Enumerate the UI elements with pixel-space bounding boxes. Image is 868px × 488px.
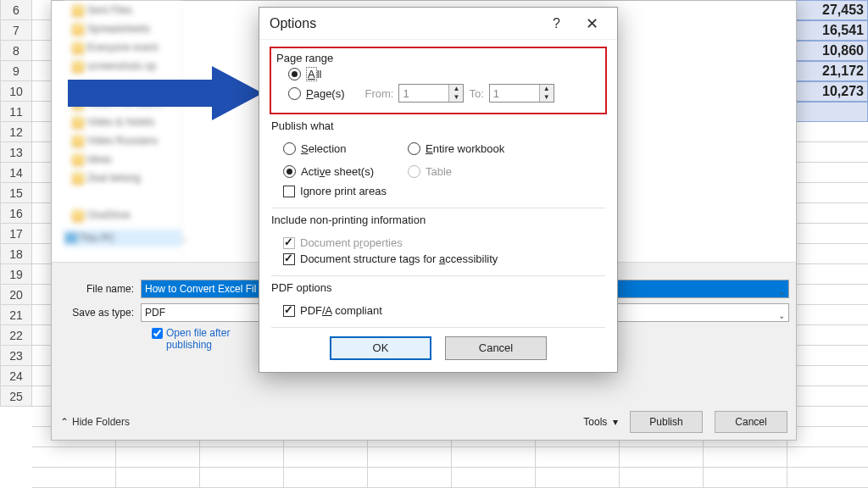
chevron-down-icon[interactable]: ⌄ (778, 308, 785, 324)
folder-tree[interactable]: Sent FilesSpreadsheetsEveryone eventscre… (64, 1, 182, 259)
cancel-button[interactable]: Cancel (445, 336, 547, 360)
checkbox-icon (283, 253, 295, 265)
document-properties-checkbox: Document properties (283, 236, 605, 249)
document-structure-tags-checkbox[interactable]: Document structure tags for accessibilit… (283, 252, 605, 265)
row-header[interactable]: 18 (0, 244, 32, 264)
data-cell[interactable]: 21,172 (792, 61, 868, 81)
to-label: To: (469, 87, 483, 100)
row-header[interactable]: 23 (0, 346, 32, 366)
data-cell[interactable] (792, 102, 868, 122)
chevron-up-icon: ⌃ (60, 416, 69, 428)
entire-workbook-radio[interactable]: Entire workbook (408, 142, 504, 155)
row-header[interactable]: 11 (0, 102, 32, 122)
page-range-highlight: Page range All Page(s) From: ▲▼ To: ▲▼ (270, 47, 607, 114)
help-button[interactable]: ? (544, 13, 569, 35)
row-header[interactable]: 6 (0, 0, 32, 20)
tree-item[interactable]: Video & Hotels (64, 113, 181, 131)
row-header[interactable]: 20 (0, 285, 32, 305)
tree-item[interactable]: ideas (64, 150, 181, 169)
row-header[interactable]: 13 (0, 142, 32, 163)
row-header[interactable]: 8 (0, 41, 32, 61)
tree-item[interactable]: Spreadsheets (64, 19, 181, 38)
tree-item[interactable]: OneDrive (64, 206, 181, 225)
row-headers: 678910111213141516171819202122232425 (0, 0, 32, 407)
active-sheets-radio[interactable]: Active sheet(s) (283, 165, 374, 178)
from-label: From: (365, 87, 394, 100)
hide-folders-button[interactable]: ⌃Hide Folders (60, 416, 130, 428)
dialog-title: Options (270, 16, 536, 31)
row-header[interactable]: 21 (0, 305, 32, 325)
selection-radio[interactable]: Selection (283, 142, 374, 155)
row-header[interactable]: 14 (0, 163, 32, 183)
include-nonprinting-label: Include non-printing information (271, 214, 605, 226)
ok-button[interactable]: OK (330, 336, 431, 360)
pages-radio[interactable]: Page(s) From: ▲▼ To: ▲▼ (288, 84, 600, 103)
data-column: 27,45316,54110,86021,17210,273 (792, 0, 868, 122)
all-pages-radio[interactable]: All (288, 68, 600, 80)
row-header[interactable]: 12 (0, 122, 32, 142)
page-range-label: Page range (276, 52, 600, 64)
table-radio: Table (408, 165, 504, 178)
radio-icon (283, 142, 296, 155)
close-button[interactable]: ✕ (577, 11, 607, 36)
options-dialog: Options ? ✕ Page range All Page(s) From:… (259, 7, 618, 373)
row-header[interactable]: 25 (0, 386, 32, 407)
checkbox-icon[interactable] (152, 328, 163, 339)
publish-what-label: Publish what (271, 119, 605, 132)
tree-item[interactable]: Video Pro Macro (64, 94, 181, 113)
row-header[interactable]: 9 (0, 61, 32, 81)
ignore-print-areas-checkbox[interactable]: Ignore print areas (283, 185, 605, 197)
pdf-options-label: PDF options (271, 281, 605, 294)
radio-icon (408, 165, 420, 178)
this-pc-item[interactable]: This PC⌄ (64, 230, 181, 247)
data-cell[interactable]: 16,541 (792, 20, 868, 41)
radio-icon (288, 68, 301, 80)
save-as-type-label: Save as type: (52, 307, 141, 319)
radio-icon (288, 87, 301, 100)
cancel-button[interactable]: Cancel (715, 411, 787, 433)
data-cell[interactable]: 27,453 (792, 0, 868, 20)
data-cell[interactable]: 10,273 (792, 81, 868, 102)
tree-item[interactable]: Sent Files (64, 1, 181, 19)
row-header[interactable]: 10 (0, 81, 32, 102)
checkbox-icon (283, 237, 295, 249)
file-name-label: File name: (52, 283, 141, 295)
tree-item[interactable]: Video Russians (64, 131, 181, 150)
tree-item[interactable]: screenshots op (64, 57, 181, 75)
row-header[interactable]: 24 (0, 366, 32, 386)
row-header[interactable]: 16 (0, 203, 32, 224)
chevron-down-icon[interactable]: ⌄ (778, 284, 785, 301)
row-header[interactable]: 19 (0, 264, 32, 285)
data-cell[interactable]: 10,860 (792, 41, 868, 61)
row-header[interactable]: 7 (0, 20, 32, 41)
to-spinner[interactable]: ▲▼ (489, 84, 554, 103)
tree-item[interactable]: Zeal belong (64, 169, 181, 187)
spin-down-icon[interactable]: ▼ (540, 93, 554, 102)
publish-button[interactable]: Publish (630, 411, 703, 433)
open-after-publishing-checkbox[interactable]: Open file after publishing (152, 327, 253, 351)
chevron-down-icon[interactable]: ⌄ (181, 230, 188, 247)
row-header[interactable]: 17 (0, 224, 32, 244)
spin-down-icon[interactable]: ▼ (449, 93, 463, 102)
spin-up-icon[interactable]: ▲ (540, 85, 554, 93)
row-header[interactable]: 22 (0, 325, 32, 346)
checkbox-icon (283, 186, 295, 197)
tree-item[interactable]: Everyone event (64, 38, 181, 57)
pdfa-compliant-checkbox[interactable]: PDF/A compliant (283, 304, 605, 317)
checkbox-icon (283, 305, 295, 317)
from-spinner[interactable]: ▲▼ (398, 84, 464, 103)
spin-up-icon[interactable]: ▲ (449, 85, 463, 93)
radio-icon (408, 142, 420, 155)
radio-icon (283, 165, 296, 178)
row-header[interactable]: 15 (0, 183, 32, 203)
tools-dropdown[interactable]: Tools ▾ (583, 416, 618, 428)
